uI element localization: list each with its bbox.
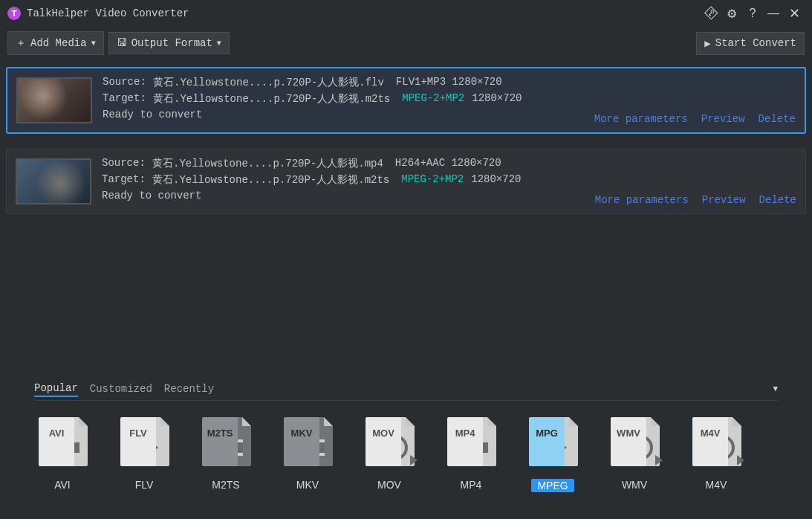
chevron-down-icon: ▼ — [217, 39, 221, 48]
file-icon: M4V — [688, 413, 744, 470]
format-ext: MOV — [366, 428, 401, 439]
format-m4v[interactable]: M4VM4V — [688, 413, 744, 492]
target-resolution: 1280×720 — [471, 173, 521, 187]
format-label: AVI — [54, 479, 71, 491]
format-tabs: Popular Customized Recently ▼ — [34, 381, 778, 401]
target-codec: MPEG-2+MP2 — [401, 173, 464, 187]
tab-customized[interactable]: Customized — [90, 381, 152, 396]
file-icon: MPG — [524, 413, 581, 470]
format-ext: AVI — [39, 428, 74, 439]
format-label: FLV — [135, 479, 154, 491]
help-icon[interactable]: ? — [742, 3, 763, 24]
format-ext: WMV — [611, 428, 646, 439]
app-title: TalkHelper Video Converter — [27, 7, 189, 19]
target-filename: 黄石.Yellowstone....p.720P-人人影视.m2ts — [153, 92, 390, 106]
format-label: MPEG — [531, 479, 574, 492]
format-label: MKV — [296, 479, 319, 491]
video-thumbnail — [16, 77, 92, 123]
target-label: Target: — [102, 173, 146, 187]
gear-icon[interactable]: ⚙ — [721, 3, 742, 24]
preview-link[interactable]: Preview — [702, 194, 746, 206]
save-icon: 🖫 — [117, 37, 127, 49]
format-label: MP4 — [461, 479, 482, 491]
plus-icon: ＋ — [16, 36, 26, 50]
source-label: Source: — [103, 76, 147, 89]
start-convert-button[interactable]: ▶ Start Convert — [696, 32, 805, 55]
target-label: Target: — [103, 92, 147, 106]
tab-recently[interactable]: Recently — [164, 381, 214, 396]
more-parameters-link[interactable]: More parameters — [594, 113, 688, 125]
item-info: Source: 黄石.Yellowstone....p.720P-人人影视.fl… — [103, 76, 796, 125]
file-icon: MKV — [279, 413, 336, 470]
toolbar: ＋ Add Media ▼ 🖫 Output Format ▼ ▶ Start … — [0, 30, 812, 57]
format-grid: AVIAVIFLVFLVM2TSM2TSMKVMKVMOVMOVMP4MP4MP… — [34, 413, 778, 492]
format-avi[interactable]: AVIAVI — [34, 413, 91, 492]
minimize-icon[interactable]: — — [763, 3, 784, 24]
output-format-button[interactable]: 🖫 Output Format ▼ — [108, 32, 230, 54]
list-item[interactable]: Source: 黄石.Yellowstone....p.720P-人人影视.fl… — [6, 67, 806, 134]
target-resolution: 1280×720 — [472, 92, 522, 106]
preview-link[interactable]: Preview — [701, 113, 745, 125]
format-wmv[interactable]: WMVWMV — [606, 413, 663, 492]
file-icon: FLV — [116, 413, 172, 470]
close-icon[interactable]: ✕ — [784, 3, 805, 24]
format-label: M4V — [706, 479, 727, 491]
titlebar: T TalkHelper Video Converter ⚿ ⚙ ? — ✕ — [0, 0, 812, 27]
format-label: WMV — [622, 479, 647, 491]
format-flv[interactable]: FLVFLV — [116, 413, 172, 492]
format-ext: M2TS — [202, 428, 238, 439]
delete-link[interactable]: Delete — [759, 113, 796, 125]
tab-popular[interactable]: Popular — [34, 381, 78, 397]
format-ext: FLV — [120, 428, 156, 439]
target-codec: MPEG-2+MP2 — [402, 92, 464, 106]
output-format-label: Output Format — [131, 37, 212, 49]
source-codec: FLV1+MP3 1280×720 — [396, 76, 502, 89]
format-ext: MP4 — [447, 428, 483, 439]
start-convert-label: Start Convert — [715, 37, 796, 49]
source-filename: 黄石.Yellowstone....p.720P-人人影视.mp4 — [152, 157, 383, 170]
source-codec: H264+AAC 1280×720 — [395, 157, 501, 170]
video-thumbnail — [16, 158, 91, 204]
chevron-down-icon[interactable]: ▼ — [773, 384, 778, 393]
format-mkv[interactable]: MKVMKV — [279, 413, 336, 492]
format-ext: MPG — [529, 428, 565, 439]
file-icon: MOV — [361, 413, 418, 470]
status-text: Ready to convert — [102, 190, 201, 202]
file-icon: M2TS — [198, 413, 254, 470]
format-label: M2TS — [212, 479, 239, 491]
list-item[interactable]: Source: 黄石.Yellowstone....p.720P-人人影视.mp… — [6, 149, 806, 214]
format-mpeg[interactable]: MPGMPEG — [524, 413, 581, 492]
file-icon: MP4 — [443, 413, 499, 470]
key-icon[interactable]: ⚿ — [701, 3, 721, 24]
add-media-button[interactable]: ＋ Add Media ▼ — [7, 31, 104, 55]
conversion-list: Source: 黄石.Yellowstone....p.720P-人人影视.fl… — [0, 57, 812, 214]
format-ext: M4V — [692, 428, 728, 439]
source-filename: 黄石.Yellowstone....p.720P-人人影视.flv — [153, 76, 384, 89]
format-m2ts[interactable]: M2TSM2TS — [198, 413, 254, 492]
format-mp4[interactable]: MP4MP4 — [443, 413, 499, 492]
file-icon: WMV — [606, 413, 663, 470]
source-label: Source: — [102, 157, 146, 170]
format-ext: MKV — [284, 428, 319, 439]
file-icon: AVI — [34, 413, 91, 470]
target-filename: 黄石.Yellowstone....p.720P-人人影视.m2ts — [152, 173, 389, 187]
delete-link[interactable]: Delete — [759, 194, 796, 206]
chevron-down-icon: ▼ — [91, 39, 96, 48]
format-mov[interactable]: MOVMOV — [361, 413, 418, 492]
more-parameters-link[interactable]: More parameters — [595, 194, 689, 206]
status-text: Ready to convert — [103, 109, 202, 120]
app-icon: T — [7, 7, 21, 20]
format-label: MOV — [377, 479, 401, 491]
add-media-label: Add Media — [30, 37, 87, 49]
play-icon: ▶ — [704, 37, 710, 50]
item-info: Source: 黄石.Yellowstone....p.720P-人人影视.mp… — [102, 157, 796, 206]
